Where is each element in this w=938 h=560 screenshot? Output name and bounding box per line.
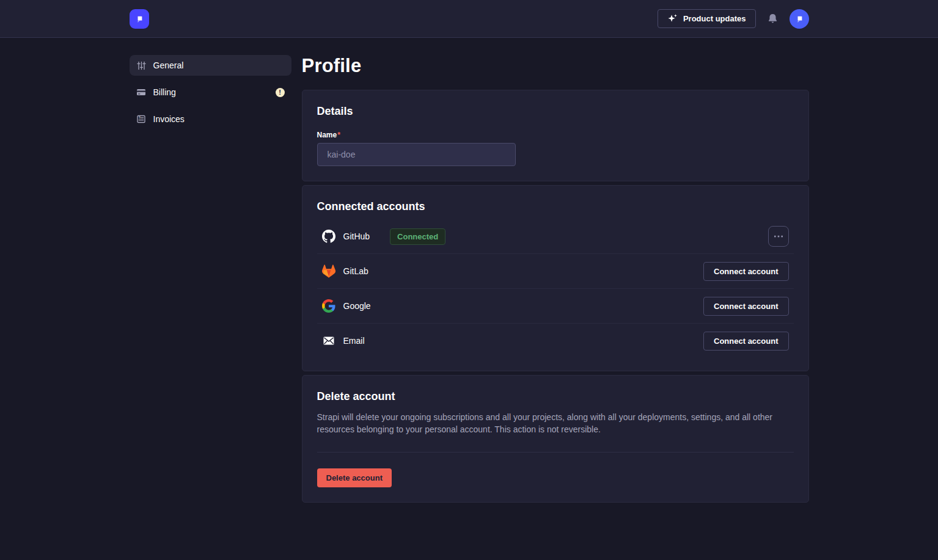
sidebar-item-label: Billing xyxy=(153,87,176,97)
provider-name: Google xyxy=(343,301,371,311)
sidebar-item-label: General xyxy=(153,60,184,70)
account-row-github: GitHub Connected xyxy=(317,219,794,254)
sidebar-item-label: Invoices xyxy=(153,114,185,124)
notifications-button[interactable] xyxy=(766,12,780,26)
account-row-email: Email Connect account xyxy=(317,324,794,358)
account-row-gitlab: GitLab Connect account xyxy=(317,254,794,289)
details-heading: Details xyxy=(317,105,794,118)
google-icon xyxy=(322,299,335,313)
credit-card-icon xyxy=(136,87,147,98)
google-connect-account-button[interactable]: Connect account xyxy=(703,297,788,316)
invoice-icon: $ xyxy=(136,114,147,125)
bell-icon xyxy=(767,13,779,24)
top-navigation-bar: Product updates xyxy=(0,0,938,38)
sidebar-item-general[interactable]: General xyxy=(130,55,291,76)
name-input[interactable] xyxy=(317,143,516,166)
delete-account-description: Strapi will delete your ongoing subscrip… xyxy=(317,411,794,435)
details-card: Details Name* xyxy=(302,90,809,181)
more-options-icon xyxy=(774,235,783,238)
provider-name: Email xyxy=(343,336,365,346)
account-row-google: Google Connect account xyxy=(317,289,794,324)
email-icon xyxy=(322,334,335,347)
settings-sidebar: General Billing ! $ In xyxy=(130,55,291,506)
divider xyxy=(317,452,794,453)
billing-warning-badge: ! xyxy=(276,88,285,97)
connected-accounts-card: Connected accounts GitHub Connected xyxy=(302,185,809,371)
provider-name: GitLab xyxy=(343,266,368,276)
required-asterisk: * xyxy=(337,131,340,139)
gitlab-connect-account-button[interactable]: Connect account xyxy=(703,262,788,281)
product-updates-label: Product updates xyxy=(683,14,746,23)
delete-account-button[interactable]: Delete account xyxy=(317,468,392,487)
name-label: Name* xyxy=(317,131,794,139)
strapi-mark-icon xyxy=(133,13,145,25)
delete-account-heading: Delete account xyxy=(317,390,794,403)
provider-name: GitHub xyxy=(343,231,370,241)
email-connect-account-button[interactable]: Connect account xyxy=(703,332,788,351)
github-more-options-button[interactable] xyxy=(768,226,789,247)
product-updates-button[interactable]: Product updates xyxy=(658,9,756,28)
sliders-icon xyxy=(136,60,147,71)
gitlab-icon xyxy=(322,264,335,278)
delete-account-card: Delete account Strapi will delete your o… xyxy=(302,375,809,503)
sidebar-item-invoices[interactable]: $ Invoices xyxy=(130,109,291,129)
sparkles-icon xyxy=(667,13,678,24)
connected-accounts-heading: Connected accounts xyxy=(317,200,794,213)
sidebar-item-billing[interactable]: Billing ! xyxy=(130,82,291,103)
strapi-avatar-mark-icon xyxy=(793,13,805,25)
github-icon xyxy=(322,230,335,243)
profile-page: Profile Details Name* Connected accounts xyxy=(302,55,809,506)
strapi-logo[interactable] xyxy=(130,9,149,29)
user-avatar[interactable] xyxy=(790,9,809,29)
connected-status-badge: Connected xyxy=(390,228,445,245)
page-title: Profile xyxy=(302,55,809,77)
